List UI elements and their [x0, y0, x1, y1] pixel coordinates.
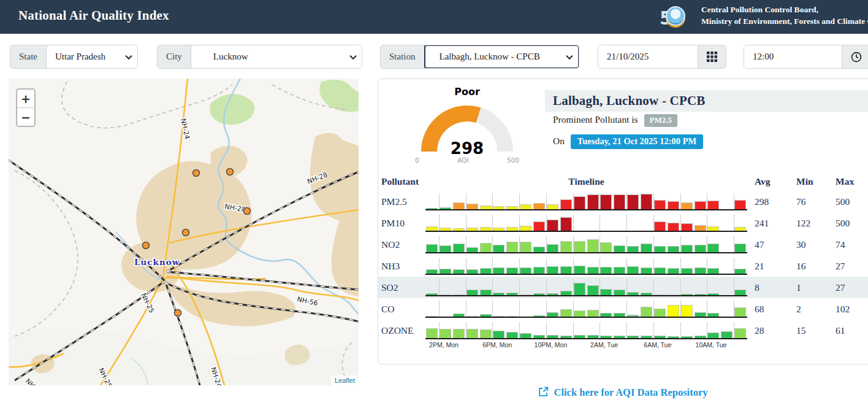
timeline-bar[interactable] — [466, 316, 478, 317]
timeline-bar[interactable] — [493, 331, 504, 338]
timeline-bar[interactable] — [707, 244, 719, 252]
pollutant-row-NO2[interactable]: NO2473074 — [378, 234, 868, 255]
station-select[interactable]: Lalbagh, Lucknow - CPCB — [424, 45, 579, 69]
timeline-bar[interactable] — [480, 268, 492, 274]
timeline-bar[interactable] — [668, 223, 679, 231]
timeline-bar[interactable] — [734, 227, 746, 231]
station-marker[interactable] — [143, 242, 150, 249]
leaflet-map[interactable]: NH-24NH-28NH-28NH-25NH-25NH-56NH-24BNH L… — [9, 79, 359, 385]
zoom-out-button[interactable]: − — [17, 108, 34, 126]
timeline-bar[interactable] — [533, 203, 545, 209]
timeline-bar[interactable] — [493, 268, 504, 274]
timeline-bar[interactable] — [453, 228, 465, 231]
timeline-bar[interactable] — [654, 221, 666, 231]
timeline-bar[interactable] — [614, 313, 625, 317]
city-select[interactable]: Lucknow — [191, 45, 362, 69]
timeline-bar[interactable] — [641, 336, 652, 338]
timeline-bar[interactable] — [734, 290, 746, 295]
timeline-bar[interactable] — [506, 206, 518, 209]
timeline-bar[interactable] — [574, 335, 585, 338]
timeline-bar[interactable] — [426, 328, 438, 338]
timeline-bar[interactable] — [533, 267, 545, 274]
timeline-bar[interactable] — [520, 294, 531, 295]
timeline-bar[interactable] — [614, 245, 625, 252]
timeline-bar[interactable] — [681, 305, 693, 317]
station-marker[interactable] — [244, 208, 251, 215]
timeline-bar[interactable] — [453, 244, 465, 252]
timeline-bar[interactable] — [627, 266, 639, 274]
timeline-bar[interactable] — [587, 285, 599, 295]
timeline-bar[interactable] — [560, 199, 572, 209]
timeline-bar[interactable] — [600, 194, 612, 209]
timeline-bar[interactable] — [440, 294, 451, 295]
timeline-bar[interactable] — [600, 267, 612, 274]
pollutant-row-OZONE[interactable]: OZONE281561 — [378, 320, 868, 341]
timeline-bar[interactable] — [707, 293, 719, 295]
timeline-bar[interactable] — [681, 202, 693, 209]
timeline-bar[interactable] — [453, 314, 465, 317]
timeline-bar[interactable] — [668, 201, 679, 209]
clock-icon[interactable] — [842, 45, 868, 68]
timeline-bar[interactable] — [533, 335, 545, 338]
timeline-bar[interactable] — [587, 239, 599, 252]
timeline-bar[interactable] — [520, 204, 531, 209]
timeline-bar[interactable] — [466, 228, 478, 231]
timeline-bar[interactable] — [440, 228, 451, 231]
timeline-bar[interactable] — [560, 336, 572, 338]
timeline-bar[interactable] — [587, 335, 599, 338]
timeline-bar[interactable] — [681, 268, 693, 274]
timeline-bar[interactable] — [560, 241, 572, 252]
calendar-grid-icon[interactable] — [698, 45, 726, 68]
timeline-bar[interactable] — [560, 217, 572, 231]
timeline-bar[interactable] — [480, 227, 492, 231]
zoom-in-button[interactable]: + — [17, 90, 34, 108]
timeline-bar[interactable] — [560, 291, 572, 295]
timeline-bar[interactable] — [533, 247, 545, 252]
timeline-bar[interactable] — [466, 269, 478, 274]
timeline-bar[interactable] — [480, 206, 492, 209]
timeline-bar[interactable] — [574, 283, 585, 295]
timeline-bar[interactable] — [506, 332, 518, 338]
timeline-bar[interactable] — [695, 201, 706, 209]
timeline-bar[interactable] — [466, 204, 478, 209]
timeline-bar[interactable] — [480, 290, 492, 295]
station-marker[interactable] — [175, 310, 181, 317]
timeline-bar[interactable] — [614, 267, 625, 274]
timeline-bar[interactable] — [506, 227, 518, 231]
timeline-bar[interactable] — [547, 312, 558, 317]
timeline-bar[interactable] — [587, 194, 599, 209]
timeline-bar[interactable] — [493, 293, 504, 295]
timeline-bar[interactable] — [426, 208, 438, 209]
leaflet-attribution[interactable]: Leaflet — [331, 375, 359, 385]
timeline-bar[interactable] — [654, 200, 666, 209]
timeline-bar[interactable] — [426, 269, 438, 274]
timeline-bar[interactable] — [547, 244, 558, 252]
date-input[interactable]: 21/10/2025 — [598, 45, 698, 69]
timeline-bar[interactable] — [426, 293, 438, 295]
timeline-bar[interactable] — [707, 201, 719, 209]
timeline-bar[interactable] — [695, 225, 706, 231]
timeline-bar[interactable] — [668, 305, 679, 317]
timeline-bar[interactable] — [453, 269, 465, 274]
timeline-bar[interactable] — [641, 293, 652, 295]
timeline-bar[interactable] — [547, 220, 558, 231]
timeline-bar[interactable] — [453, 329, 465, 338]
timeline-bar[interactable] — [547, 293, 558, 295]
timeline-bar[interactable] — [600, 242, 612, 252]
pollutant-row-SO2[interactable]: SO28127 — [378, 277, 868, 298]
timeline-bar[interactable] — [493, 206, 504, 209]
pollutant-row-CO[interactable]: CO682102 — [378, 298, 868, 320]
timeline-bar[interactable] — [547, 204, 558, 209]
timeline-bar[interactable] — [681, 294, 693, 295]
timeline-bar[interactable] — [480, 243, 492, 252]
timeline-bar[interactable] — [506, 268, 518, 274]
timeline-bar[interactable] — [695, 294, 706, 295]
timeline-bar[interactable] — [734, 307, 746, 317]
timeline-bar[interactable] — [734, 269, 746, 274]
timeline-bar[interactable] — [453, 294, 465, 295]
timeline-bar[interactable] — [440, 269, 451, 274]
timeline-bar[interactable] — [587, 267, 599, 274]
timeline-bar[interactable] — [587, 310, 599, 317]
station-marker[interactable] — [227, 169, 234, 175]
timeline-bar[interactable] — [493, 245, 504, 252]
